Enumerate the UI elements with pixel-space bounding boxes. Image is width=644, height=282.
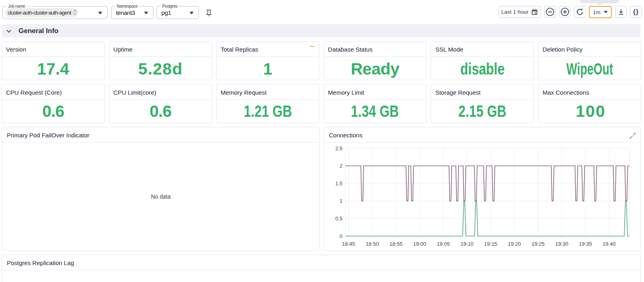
svg-text:19:20: 19:20 bbox=[508, 241, 521, 247]
svg-text:1: 1 bbox=[340, 198, 343, 204]
svg-text:19:05: 19:05 bbox=[437, 241, 450, 247]
svg-text:2.5: 2.5 bbox=[335, 145, 343, 151]
svg-text:19:10: 19:10 bbox=[460, 241, 474, 247]
svg-text:0: 0 bbox=[340, 233, 343, 239]
svg-text:18:45: 18:45 bbox=[342, 241, 355, 247]
svg-text:19:35: 19:35 bbox=[579, 241, 592, 247]
svg-text:18:50: 18:50 bbox=[366, 241, 379, 247]
svg-text:19:25: 19:25 bbox=[532, 241, 545, 247]
svg-text:1.5: 1.5 bbox=[335, 180, 343, 187]
svg-text:19:40: 19:40 bbox=[603, 241, 616, 247]
svg-text:19:30: 19:30 bbox=[555, 241, 568, 247]
svg-text:18:55: 18:55 bbox=[389, 241, 402, 247]
svg-text:19:15: 19:15 bbox=[484, 241, 497, 247]
svg-text:0.5: 0.5 bbox=[335, 216, 343, 222]
svg-text:2: 2 bbox=[340, 163, 343, 169]
svg-text:19:00: 19:00 bbox=[413, 241, 426, 247]
